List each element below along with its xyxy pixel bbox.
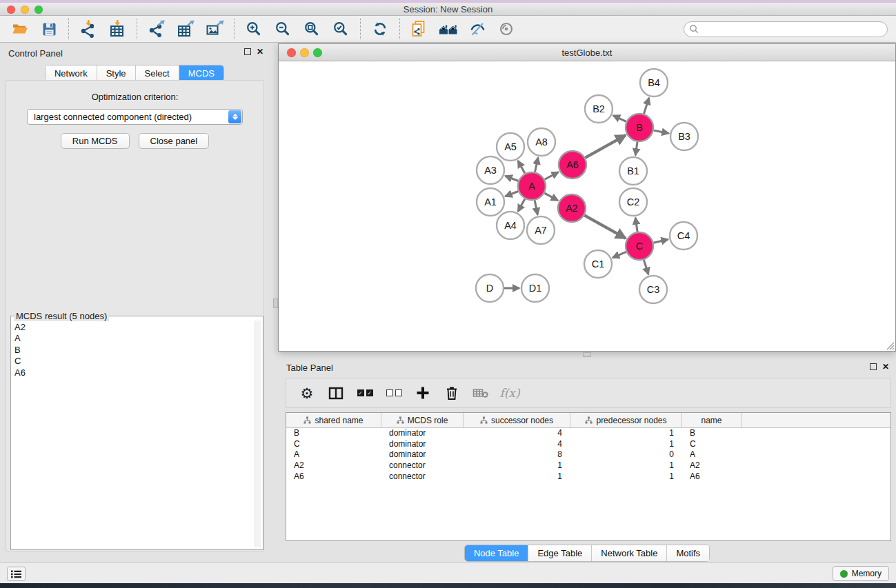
export-image-button[interactable] — [200, 17, 229, 41]
table-cell[interactable]: connector — [381, 460, 464, 472]
graph-node-A3[interactable]: A3 — [477, 156, 504, 184]
close-panel-button[interactable]: Close panel — [139, 133, 210, 149]
table-cell[interactable]: B — [682, 428, 741, 439]
graph-node-A7[interactable]: A7 — [527, 216, 555, 244]
graph-node-C[interactable]: C — [626, 232, 653, 260]
table-row[interactable]: Adominator80A — [286, 449, 890, 460]
zoom-selected-button[interactable] — [326, 17, 355, 41]
graph-node-B3[interactable]: B3 — [670, 123, 698, 150]
task-history-button[interactable] — [7, 567, 26, 581]
table-cell[interactable]: 0 — [570, 449, 682, 460]
tab-select[interactable]: Select — [136, 65, 179, 81]
horizontal-scroll-thumb[interactable] — [583, 352, 591, 357]
result-item[interactable]: A6 — [14, 367, 255, 378]
save-session-button[interactable] — [34, 17, 63, 41]
table-cell[interactable]: dominator — [381, 449, 464, 460]
table-row[interactable]: Cdominator41C — [286, 439, 890, 450]
table-cell[interactable]: 1 — [464, 472, 570, 483]
graph-node-A4[interactable]: A4 — [497, 212, 524, 239]
mcds-result-list[interactable]: A2 A B C A6 — [13, 321, 255, 547]
tab-edge-table[interactable]: Edge Table — [528, 545, 592, 561]
export-network-button[interactable] — [142, 17, 171, 41]
table-cell[interactable]: 4 — [464, 428, 570, 439]
zoom-in-button[interactable] — [239, 17, 268, 41]
close-panel-icon[interactable]: ✕ — [882, 363, 889, 370]
memory-button[interactable]: Memory — [833, 566, 889, 581]
graph-edge-A2-C[interactable] — [584, 215, 626, 238]
table-cell[interactable]: A2 — [286, 460, 381, 472]
column-header-predecessor-nodes[interactable]: predecessor nodes — [570, 413, 682, 427]
function-builder-button[interactable]: f(x) — [500, 383, 519, 403]
table-cell[interactable]: A2 — [682, 460, 741, 472]
graph-node-D1[interactable]: D1 — [521, 274, 549, 302]
import-table-button[interactable] — [103, 17, 132, 41]
table-cell[interactable]: 1 — [570, 472, 682, 483]
result-item[interactable]: C — [14, 356, 255, 367]
graph-edge-C-C4[interactable] — [653, 239, 668, 243]
table-cell[interactable]: 1 — [570, 439, 682, 450]
tab-node-table[interactable]: Node Table — [465, 545, 529, 561]
table-cell[interactable]: B — [286, 428, 381, 439]
tab-network[interactable]: Network — [46, 65, 97, 81]
deselect-all-rows-button[interactable] — [384, 383, 404, 403]
result-item[interactable]: B — [14, 345, 255, 356]
result-item[interactable]: A — [14, 333, 255, 344]
table-cell[interactable]: C — [682, 439, 741, 450]
select-all-rows-button[interactable]: ✓✓ — [355, 383, 375, 403]
graph-edge-A-A6[interactable] — [545, 172, 559, 180]
home-button[interactable] — [434, 17, 463, 41]
open-session-button[interactable] — [6, 17, 34, 41]
graph-edge-A-A7[interactable] — [535, 201, 537, 215]
graph-edge-A-A4[interactable] — [518, 199, 525, 211]
new-session-button[interactable] — [405, 17, 434, 41]
network-canvas[interactable]: B4B2BB3A5A8A6B1A3AC2A1A2A4A7C4CC1C3DD1 — [279, 61, 895, 351]
table-cell[interactable]: connector — [381, 472, 464, 483]
graph-node-C1[interactable]: C1 — [584, 250, 612, 278]
import-network-button[interactable] — [74, 17, 103, 41]
graph-edge-A-A3[interactable] — [505, 176, 518, 181]
tab-style[interactable]: Style — [97, 65, 136, 81]
graph-node-C3[interactable]: C3 — [639, 276, 667, 303]
optimization-criterion-dropdown[interactable]: largest connected component (directed) — [27, 109, 243, 125]
graph-node-A1[interactable]: A1 — [477, 188, 504, 216]
run-mcds-button[interactable]: Run MCDS — [61, 133, 130, 149]
table-cell[interactable]: A6 — [682, 472, 741, 483]
table-cell[interactable]: 1 — [464, 460, 570, 472]
table-settings-button[interactable]: ⚙ — [297, 383, 317, 403]
table-cell[interactable]: A — [286, 449, 381, 460]
search-input[interactable] — [684, 21, 888, 37]
column-header-shared-name[interactable]: shared name — [286, 413, 381, 427]
graph-node-D[interactable]: D — [476, 274, 504, 302]
graph-edge-B-B4[interactable] — [644, 98, 648, 114]
table-cell[interactable]: dominator — [381, 439, 464, 450]
add-column-button[interactable] — [413, 383, 432, 403]
delete-column-button[interactable] — [442, 383, 461, 403]
graph-node-B1[interactable]: B1 — [619, 157, 647, 185]
graph-node-B2[interactable]: B2 — [585, 95, 613, 123]
graph-node-C4[interactable]: C4 — [670, 222, 697, 250]
graph-edge-B-B3[interactable] — [654, 130, 669, 133]
table-cell[interactable]: A6 — [286, 472, 381, 483]
graph-edge-B-B1[interactable] — [635, 142, 637, 155]
zoom-out-button[interactable] — [268, 17, 297, 41]
graph-edge-C-C2[interactable] — [635, 218, 637, 232]
float-panel-icon[interactable] — [870, 363, 877, 370]
show-graphics-details-button[interactable] — [463, 17, 492, 41]
tab-network-table[interactable]: Network Table — [592, 545, 667, 561]
graph-edge-C-C1[interactable] — [613, 252, 626, 258]
table-cell[interactable]: 8 — [464, 449, 570, 460]
graph-edge-A-A5[interactable] — [518, 161, 525, 173]
result-scrollbar[interactable] — [255, 321, 261, 547]
resize-grip-icon[interactable] — [885, 341, 895, 350]
apply-layout-button[interactable] — [366, 17, 395, 41]
graph-edge-A-A1[interactable] — [505, 192, 518, 196]
network-graph[interactable]: B4B2BB3A5A8A6B1A3AC2A1A2A4A7C4CC1C3DD1 — [279, 61, 895, 351]
tab-mcds[interactable]: MCDS — [179, 65, 223, 81]
table-cell[interactable]: 4 — [464, 439, 570, 450]
tab-motifs[interactable]: Motifs — [667, 545, 709, 561]
graph-node-C2[interactable]: C2 — [619, 188, 647, 216]
hide-graphics-details-button[interactable] — [492, 17, 521, 41]
float-panel-icon[interactable] — [244, 48, 251, 55]
delete-table-button[interactable] — [471, 383, 490, 403]
graph-node-B[interactable]: B — [626, 114, 653, 141]
